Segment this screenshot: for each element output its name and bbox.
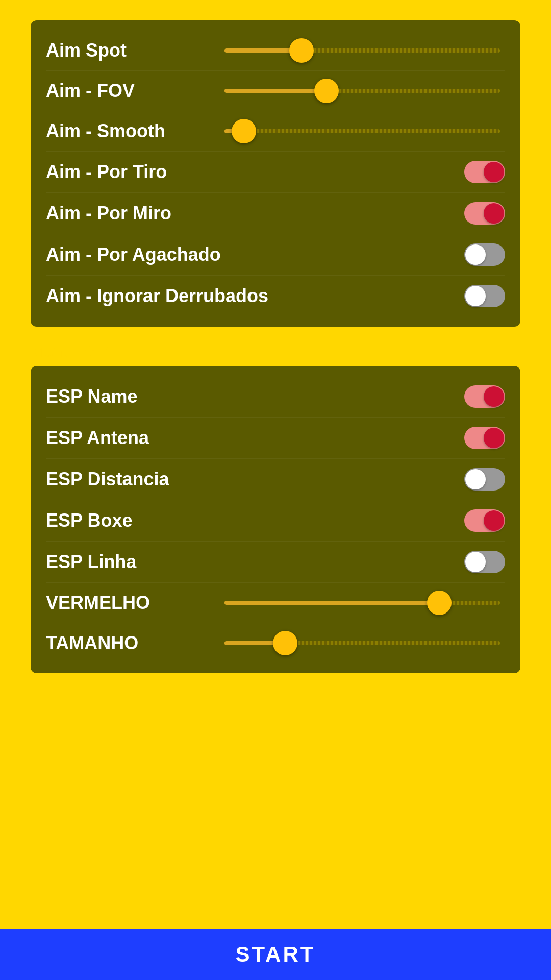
esp-name-row: ESP Name xyxy=(46,376,505,418)
aim-por-agachado-row: Aim - Por Agachado xyxy=(46,234,505,276)
esp-name-track xyxy=(464,385,505,408)
vermelho-slider[interactable] xyxy=(219,601,505,605)
esp-distancia-label: ESP Distancia xyxy=(46,469,464,490)
tamanho-label: TAMANHO xyxy=(46,632,219,654)
aim-por-miro-toggle[interactable] xyxy=(464,202,505,225)
aim-por-agachado-label: Aim - Por Agachado xyxy=(46,244,464,265)
tamanho-thumb[interactable] xyxy=(273,631,297,655)
esp-boxe-thumb xyxy=(484,510,504,531)
vermelho-thumb[interactable] xyxy=(427,591,452,615)
aim-ignorar-toggle[interactable] xyxy=(464,285,505,307)
aim-por-tiro-label: Aim - Por Tiro xyxy=(46,161,464,183)
start-button[interactable]: START xyxy=(0,929,551,980)
aim-ignorar-thumb xyxy=(465,286,486,306)
esp-panel: ESP Name ESP Antena ESP Distancia ESP Bo… xyxy=(31,366,520,673)
menu-esp-section-label: Menu ESP xyxy=(31,342,520,361)
aim-fov-thumb[interactable] xyxy=(314,79,339,103)
esp-boxe-label: ESP Boxe xyxy=(46,510,464,531)
esp-name-toggle[interactable] xyxy=(464,385,505,408)
aim-fov-slider[interactable] xyxy=(219,89,505,93)
esp-boxe-toggle[interactable] xyxy=(464,509,505,532)
aim-ignorar-row: Aim - Ignorar Derrubados xyxy=(46,276,505,316)
esp-antena-thumb xyxy=(484,428,504,448)
vermelho-row: VERMELHO xyxy=(46,583,505,623)
esp-boxe-row: ESP Boxe xyxy=(46,500,505,542)
esp-linha-toggle[interactable] xyxy=(464,551,505,573)
aim-ignorar-label: Aim - Ignorar Derrubados xyxy=(46,285,464,307)
esp-antena-row: ESP Antena xyxy=(46,418,505,459)
aim-spot-thumb[interactable] xyxy=(289,38,314,63)
aim-por-tiro-thumb xyxy=(484,162,504,182)
aim-por-agachado-track xyxy=(464,243,505,266)
esp-antena-label: ESP Antena xyxy=(46,427,464,449)
esp-boxe-track xyxy=(464,509,505,532)
esp-antena-track xyxy=(464,427,505,449)
aim-smooth-slider[interactable] xyxy=(219,129,505,133)
vermelho-label: VERMELHO xyxy=(46,592,219,614)
aim-fov-label: Aim - FOV xyxy=(46,80,219,102)
aim-panel: Aim Spot Aim - FOV Aim - Smooth xyxy=(31,20,520,327)
aim-smooth-row: Aim - Smooth xyxy=(46,111,505,152)
vermelho-fill xyxy=(224,601,439,605)
aim-por-agachado-thumb xyxy=(465,244,486,265)
esp-distancia-row: ESP Distancia xyxy=(46,459,505,500)
esp-linha-thumb xyxy=(465,552,486,572)
aim-por-miro-thumb xyxy=(484,203,504,224)
aim-por-miro-track xyxy=(464,202,505,225)
aim-fov-fill xyxy=(224,89,327,93)
aim-por-tiro-row: Aim - Por Tiro xyxy=(46,152,505,193)
aim-por-miro-row: Aim - Por Miro xyxy=(46,193,505,234)
tamanho-slider[interactable] xyxy=(219,641,505,645)
aim-fov-row: Aim - FOV xyxy=(46,71,505,111)
aim-por-miro-label: Aim - Por Miro xyxy=(46,203,464,224)
aim-spot-slider[interactable] xyxy=(219,48,505,53)
esp-linha-track xyxy=(464,551,505,573)
start-button-label: START xyxy=(236,942,316,967)
aim-smooth-label: Aim - Smooth xyxy=(46,120,219,142)
esp-name-thumb xyxy=(484,386,504,407)
aim-por-agachado-toggle[interactable] xyxy=(464,243,505,266)
esp-distancia-toggle[interactable] xyxy=(464,468,505,491)
esp-linha-label: ESP Linha xyxy=(46,551,464,573)
esp-distancia-track xyxy=(464,468,505,491)
esp-distancia-thumb xyxy=(465,469,486,489)
esp-linha-row: ESP Linha xyxy=(46,542,505,583)
aim-spot-row: Aim Spot xyxy=(46,31,505,71)
aim-spot-label: Aim Spot xyxy=(46,40,219,61)
aim-smooth-thumb[interactable] xyxy=(232,119,256,143)
aim-por-tiro-track xyxy=(464,161,505,183)
esp-name-label: ESP Name xyxy=(46,386,464,407)
menu-esp-text: Menu ESP xyxy=(31,342,109,361)
tamanho-row: TAMANHO xyxy=(46,623,505,663)
aim-por-tiro-toggle[interactable] xyxy=(464,161,505,183)
aim-ignorar-track xyxy=(464,285,505,307)
esp-antena-toggle[interactable] xyxy=(464,427,505,449)
